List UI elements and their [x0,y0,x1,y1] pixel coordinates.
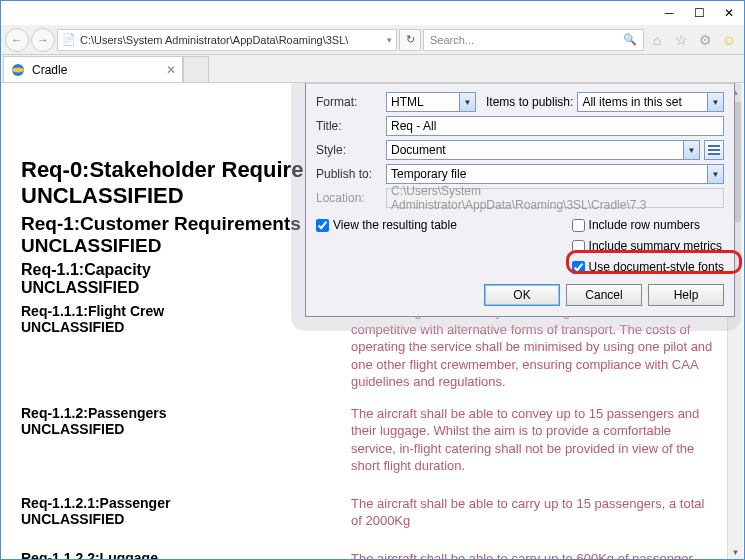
req-heading: Req-1.1.2:Passengers [21,405,351,421]
search-box[interactable]: Search... 🔍 [423,29,644,51]
check-view-resulting[interactable]: View the resulting table [316,218,457,232]
tab-title: Cradle [32,63,67,77]
checkbox[interactable] [316,219,329,232]
favorites-icon[interactable]: ☆ [670,29,692,51]
button-label: OK [513,288,530,302]
search-icon[interactable]: 🔍 [623,33,637,46]
tab-close-icon[interactable]: ✕ [166,63,176,77]
home-icon[interactable]: ⌂ [646,29,668,51]
minimize-button[interactable]: ─ [654,2,684,24]
cancel-button[interactable]: Cancel [566,284,642,306]
location-input: C:\Users\System Administrator\AppData\Ro… [386,188,724,208]
help-button[interactable]: Help [648,284,724,306]
style-combo[interactable]: Document▼ [386,140,700,160]
address-bar[interactable]: 📄 C:\Users\System Administrator\AppData\… [57,29,397,51]
new-tab-button[interactable] [183,56,209,82]
publish-to-value: Temporary file [391,167,466,181]
label-style: Style: [316,143,382,157]
window-titlebar: ─ ☐ ✕ [1,1,744,25]
browser-toolbar: ← → 📄 C:\Users\System Administrator\AppD… [1,25,744,55]
tab-cradle[interactable]: Cradle ✕ [3,56,183,82]
dialog-shadow: W Publish Table ✕ Format: HTML▼ Items to… [291,83,741,331]
list-icon [708,145,720,155]
maximize-button[interactable]: ☐ [684,2,714,24]
title-input[interactable]: Req - All [386,116,724,136]
scroll-down-icon[interactable]: ▼ [728,544,743,560]
style-browse-button[interactable] [704,140,724,160]
check-label: View the resulting table [333,218,457,232]
back-button[interactable]: ← [5,28,29,52]
req-heading: Req-1.1.2.2:Luggage [21,550,351,560]
items-combo[interactable]: All items in this set▼ [577,92,724,112]
page-content: Req-0:Stakeholder Requirements UNCLASSIF… [1,83,744,560]
req-row: Req-1.1.2:Passengers UNCLASSIFIED The ai… [21,405,724,475]
req-body: The aircraft shall be able to carry up t… [351,495,724,530]
chevron-down-icon: ▼ [683,141,699,159]
location-value: C:\Users\System Administrator\AppData\Ro… [391,184,719,212]
address-text: C:\Users\System Administrator\AppData\Ro… [80,34,348,46]
dialog-button-row: OK Cancel Help [316,284,724,306]
check-label: Include row numbers [589,218,700,232]
ie-icon [10,62,26,78]
req-body: The aircraft shall be able to carry up t… [351,550,724,560]
button-label: Help [674,288,699,302]
search-placeholder: Search... [430,34,474,46]
label-publish-to: Publish to: [316,167,382,181]
label-title: Title: [316,119,382,133]
label-format: Format: [316,95,382,109]
tab-strip: Cradle ✕ [1,55,744,83]
classification: UNCLASSIFIED [21,421,351,437]
chevron-down-icon: ▼ [707,165,723,183]
ok-button[interactable]: OK [484,284,560,306]
req-body: The aircraft shall be able to convey up … [351,405,724,475]
classification: UNCLASSIFIED [21,511,351,527]
label-items: Items to publish: [486,95,573,109]
req-heading: Req-1.1.2.1:Passenger [21,495,351,511]
dropdown-icon[interactable]: ▾ [387,35,392,45]
button-label: Cancel [585,288,622,302]
style-value: Document [391,143,446,157]
format-value: HTML [391,95,424,109]
format-combo[interactable]: HTML▼ [386,92,476,112]
svg-point-1 [12,67,24,72]
highlight-annotation [566,250,742,274]
close-button[interactable]: ✕ [714,2,744,24]
checkbox[interactable] [572,219,585,232]
items-value: All items in this set [582,95,681,109]
chevron-down-icon: ▼ [707,93,723,111]
check-row-numbers[interactable]: Include row numbers [572,218,724,232]
chevron-down-icon: ▼ [459,93,475,111]
page-icon: 📄 [62,33,76,47]
feedback-icon[interactable]: ☺ [718,29,740,51]
req-row: Req-1.1.2.1:Passenger UNCLASSIFIED The a… [21,495,724,530]
req-row: Req-1.1.2.2:Luggage The aircraft shall b… [21,550,724,560]
refresh-button[interactable]: ↻ [399,29,421,51]
title-value: Req - All [391,119,436,133]
publish-to-combo[interactable]: Temporary file▼ [386,164,724,184]
tools-icon[interactable]: ⚙ [694,29,716,51]
publish-table-dialog: W Publish Table ✕ Format: HTML▼ Items to… [305,83,735,317]
forward-button[interactable]: → [31,28,55,52]
label-location: Location: [316,191,382,205]
